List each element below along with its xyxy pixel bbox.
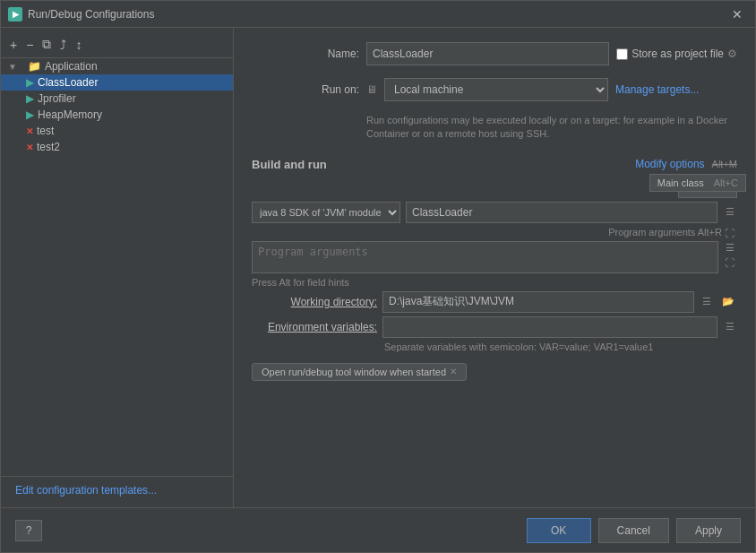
prog-args-fullscreen-btn[interactable]: ⛶ — [722, 256, 737, 269]
working-dir-input[interactable] — [382, 291, 694, 313]
share-config-button[interactable]: ⤴ — [56, 36, 70, 54]
tree-group-application[interactable]: ▼ 📁 Application — [1, 58, 233, 74]
tree-item-label-test: test — [37, 125, 54, 137]
apply-button[interactable]: Apply — [676, 518, 741, 543]
tree-item-label-test2: test2 — [37, 141, 60, 153]
tree-item-test[interactable]: ✕ test — [1, 123, 233, 139]
working-dir-menu-btn[interactable]: ☰ — [700, 295, 714, 308]
open-tool-window-btn[interactable]: Open run/debug tool window when started … — [252, 363, 467, 381]
tree-item-jprofiler[interactable]: ▶ Jprofiler — [1, 91, 233, 107]
tree-item-heapmemory[interactable]: ▶ HeapMemory — [1, 107, 233, 123]
build-run-label: Build and run — [252, 158, 327, 171]
error-icon-test: ✕ — [26, 126, 33, 136]
working-dir-label: Working directory: — [252, 296, 377, 308]
run-icon-jprofiler: ▶ — [26, 92, 34, 105]
ok-button[interactable]: OK — [527, 518, 591, 543]
name-input[interactable] — [366, 42, 609, 65]
prog-args-input[interactable] — [252, 241, 718, 273]
sidebar: + − ⧉ ⤴ ↕ ▼ 📁 Application ▶ ClassLoader … — [1, 28, 234, 507]
edit-templates-link[interactable]: Edit configuration templates... — [8, 476, 164, 504]
main-panel: Name: Store as project file ⚙ Run on: 🖥 … — [234, 28, 755, 507]
main-class-tooltip: Main class Alt+C — [649, 174, 746, 192]
modify-options-link[interactable]: Modify options — [635, 158, 704, 170]
run-on-label: Run on: — [252, 83, 359, 96]
manage-targets-link[interactable]: Manage targets... — [615, 83, 699, 96]
gear-icon[interactable]: ⚙ — [727, 48, 737, 60]
name-row: Name: Store as project file ⚙ — [252, 42, 737, 65]
tag-row: Open run/debug tool window when started … — [252, 363, 737, 381]
store-checkbox[interactable] — [616, 48, 628, 60]
add-config-button[interactable]: + — [6, 36, 21, 54]
title-bar-left: ▶ Run/Debug Configurations — [8, 7, 154, 22]
info-text: Run configurations may be executed local… — [366, 114, 737, 142]
modify-options: Modify options Alt+M ➔ Main class Alt+C — [635, 158, 737, 170]
prog-args-tooltip-row: Program arguments Alt+R ⛶ — [252, 227, 737, 239]
dialog-title: Run/Debug Configurations — [28, 8, 154, 21]
copy-config-button[interactable]: ⧉ — [39, 35, 55, 54]
title-bar: ▶ Run/Debug Configurations ✕ — [1, 1, 755, 28]
sdk-mainclass-row: java 8 SDK of 'JVM' module ☰ — [252, 202, 737, 223]
tree-item-label-heap: HeapMemory — [38, 108, 102, 121]
main-class-browse-btn[interactable]: ☰ — [723, 205, 737, 219]
main-class-input[interactable] — [406, 202, 717, 223]
prog-args-hint: Program arguments Alt+R — [608, 227, 722, 239]
prog-args-menu-btn[interactable]: ☰ — [722, 241, 737, 255]
expand-icon: ▼ — [8, 62, 17, 72]
open-tool-label: Open run/debug tool window when started — [262, 367, 446, 377]
working-dir-row: Working directory: ☰ 📂 — [252, 291, 737, 313]
env-input[interactable] — [382, 316, 717, 338]
close-button[interactable]: ✕ — [726, 5, 748, 23]
tree-item-classloader[interactable]: ▶ ClassLoader — [1, 74, 233, 91]
hint-text: Press Alt for field hints — [252, 277, 737, 288]
prog-args-expand-btn[interactable]: ⛶ — [722, 227, 737, 239]
cancel-button[interactable]: Cancel — [598, 518, 669, 543]
tag-close-icon[interactable]: ✕ — [450, 367, 457, 376]
bottom-right-buttons: OK Cancel Apply — [527, 518, 741, 543]
env-menu-btn[interactable]: ☰ — [723, 320, 737, 333]
tree-group-label: Application — [45, 60, 98, 73]
env-row: Environment variables: ☰ — [252, 316, 737, 338]
remove-config-button[interactable]: − — [22, 36, 37, 54]
build-run-section: Build and run Modify options Alt+M ➔ Mai… — [252, 158, 737, 381]
modify-shortcut: Alt+M — [712, 159, 737, 169]
error-icon-test2: ✕ — [26, 143, 33, 152]
prog-args-icons: ☰ ⛶ — [722, 241, 737, 269]
content-area: + − ⧉ ⤴ ↕ ▼ 📁 Application ▶ ClassLoader … — [1, 28, 755, 507]
run-icon-heap: ▶ — [26, 108, 34, 121]
tree-item-label: ClassLoader — [38, 76, 98, 89]
run-debug-dialog: ▶ Run/Debug Configurations ✕ + − ⧉ ⤴ ↕ ▼… — [0, 0, 756, 553]
prog-args-row: ☰ ⛶ — [252, 241, 737, 273]
run-on-select[interactable]: Local machine Docker Remote host — [384, 78, 608, 101]
sidebar-toolbar: + − ⧉ ⤴ ↕ — [1, 31, 233, 58]
env-hint: Separate variables with semicolon: VAR=v… — [384, 341, 737, 352]
sdk-select[interactable]: java 8 SDK of 'JVM' module — [252, 202, 400, 223]
working-dir-browse-btn[interactable]: 📂 — [719, 295, 737, 308]
dialog-icon: ▶ — [8, 7, 22, 22]
run-icon: ▶ — [26, 76, 34, 89]
run-on-row: Run on: 🖥 Local machine Docker Remote ho… — [252, 78, 737, 101]
tooltip-main-class: Main class — [657, 177, 704, 188]
store-check-row: Store as project file ⚙ — [616, 48, 737, 60]
machine-icon: 🖥 — [366, 83, 377, 96]
store-label: Store as project file — [631, 48, 724, 60]
tree-item-test2[interactable]: ✕ test2 — [1, 139, 233, 155]
tree-item-label-jprofiler: Jprofiler — [38, 92, 76, 105]
sidebar-footer: Edit configuration templates... — [1, 476, 233, 504]
sort-config-button[interactable]: ↕ — [72, 36, 85, 54]
tooltip-shortcut: Alt+C — [714, 177, 738, 188]
bottom-bar: ? OK Cancel Apply — [1, 507, 755, 552]
folder-icon: 📁 — [28, 60, 41, 73]
name-label: Name: — [252, 48, 359, 60]
build-run-header: Build and run Modify options Alt+M ➔ Mai… — [252, 158, 737, 171]
help-button[interactable]: ? — [15, 520, 42, 541]
env-label: Environment variables: — [252, 321, 377, 333]
